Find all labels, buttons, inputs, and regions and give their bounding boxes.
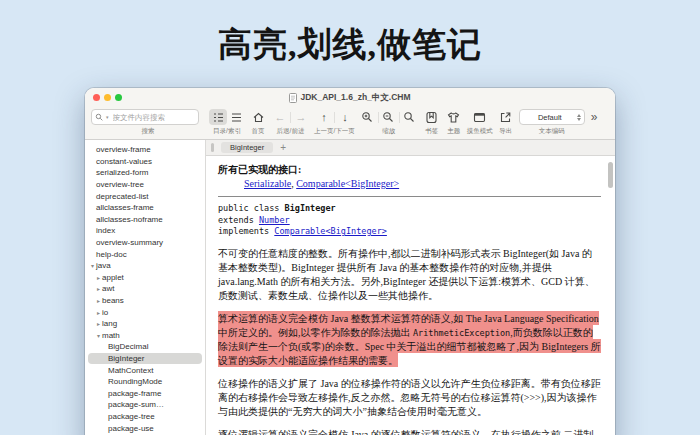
- chevron-right-icon[interactable]: ▸: [95, 285, 102, 292]
- bookmark-button[interactable]: [423, 109, 441, 125]
- sidebar-item-index[interactable]: index: [85, 225, 205, 237]
- fish-mode-button[interactable]: [471, 109, 489, 125]
- search-label: 搜索: [142, 127, 155, 136]
- arrow-left-icon: ←: [275, 112, 286, 123]
- chevron-right-icon[interactable]: ▸: [95, 309, 102, 316]
- sidebar-item-roundingmode[interactable]: RoundingMode: [85, 376, 205, 388]
- minimize-window-button[interactable]: [104, 94, 111, 101]
- sidebar-item-label: MathContext: [108, 366, 153, 375]
- encoding-label: 文本编码: [539, 127, 565, 136]
- pane-splitter-handle[interactable]: [211, 143, 214, 152]
- toolbar: ▾ 搜索 目录/索引: [85, 105, 615, 139]
- sidebar-item-bigdecimal[interactable]: BigDecimal: [85, 341, 205, 353]
- sidebar-item-io[interactable]: ▸io: [85, 306, 205, 318]
- sidebar-item-awt[interactable]: ▸awt: [85, 283, 205, 295]
- encoding-select[interactable]: Default: [519, 109, 585, 125]
- text-span: 不可变的任意精度的整数。所有操作中,都以二进制补码形式表示 BigInteger…: [218, 248, 595, 301]
- fish-mode-label: 摸鱼模式: [467, 127, 493, 136]
- tab-bar: BigInteger +: [206, 140, 615, 156]
- chevron-down-icon[interactable]: ▾: [89, 262, 96, 269]
- document-view: 所有已实现的接口:Serializable, Comparable<BigInt…: [206, 156, 615, 435]
- chevron-down-icon[interactable]: ▾: [95, 332, 102, 339]
- app-window: JDK_API_1.6_zh_中文.CHM ▾ 搜索: [85, 88, 615, 435]
- text-span: public class: [218, 203, 285, 213]
- sidebar-item-help-doc[interactable]: help-doc: [85, 248, 205, 260]
- prev-next-label: 上一页/下一页: [314, 127, 355, 136]
- sidebar-item-package-frame[interactable]: package-frame: [85, 387, 205, 399]
- new-tab-button[interactable]: +: [280, 143, 286, 153]
- sidebar-item-java[interactable]: ▾java: [85, 260, 205, 272]
- sidebar-item-label: beans: [102, 296, 124, 305]
- index-button[interactable]: [227, 109, 245, 125]
- doc-paragraph-normal: 位移操作的语义扩展了 Java 的位移操作符的语义以允许产生负位移距离。带有负位…: [218, 377, 601, 419]
- fullscreen-window-button[interactable]: [115, 94, 122, 101]
- divider: [218, 196, 601, 197]
- bookmark-label: 书签: [425, 127, 438, 136]
- toc-button[interactable]: [209, 109, 227, 125]
- search-icon: [95, 113, 104, 122]
- prev-page-button[interactable]: ↑: [315, 109, 333, 125]
- page-title: 高亮,划线,做笔记: [0, 22, 700, 68]
- sidebar-item-label: BigInteger: [108, 354, 144, 363]
- sidebar-item-label: allclasses-frame: [96, 203, 154, 212]
- theme-label: 主题: [447, 127, 460, 136]
- sidebar-item-allclasses-frame[interactable]: allclasses-frame: [85, 202, 205, 214]
- doc-paragraph-underline[interactable]: 逐位逻辑运算的语义完全模仿 Java 的逐位整数运算符的语义。在执行操作之前,二…: [218, 428, 601, 435]
- sidebar-item-overview-frame[interactable]: overview-frame: [85, 144, 205, 156]
- export-button[interactable]: [497, 109, 515, 125]
- sidebar-item-package-sum-[interactable]: package-sum…: [85, 399, 205, 411]
- doc-link[interactable]: Serializable: [244, 178, 291, 189]
- text-span: implements: [218, 226, 274, 236]
- search-scope-chevron-icon[interactable]: ▾: [106, 114, 109, 120]
- doc-link[interactable]: Number: [259, 215, 290, 225]
- sidebar-item-label: package-sum…: [108, 400, 164, 409]
- sidebar-item-label: RoundingMode: [108, 377, 162, 386]
- home-button[interactable]: [249, 109, 267, 125]
- zoom-reset-button[interactable]: [401, 109, 419, 125]
- tab-biginteger[interactable]: BigInteger: [221, 142, 273, 154]
- code-span: ArithmeticException: [413, 328, 510, 338]
- search-input[interactable]: ▾: [91, 109, 199, 125]
- encoding-value: Default: [523, 113, 577, 122]
- chevron-right-icon[interactable]: ▸: [95, 320, 102, 327]
- arrow-down-icon: ↓: [342, 112, 348, 123]
- sidebar-item-applet[interactable]: ▸applet: [85, 272, 205, 284]
- zoom-out-button[interactable]: [380, 109, 398, 125]
- sidebar-item-mathcontext[interactable]: MathContext: [85, 364, 205, 376]
- toolbar-overflow-button[interactable]: »: [589, 109, 600, 125]
- sidebar-item-label: constant-values: [96, 157, 152, 166]
- sidebar-item-allclasses-noframe[interactable]: allclasses-noframe: [85, 214, 205, 226]
- next-page-button[interactable]: ↓: [336, 109, 354, 125]
- sidebar-item-deprecated-list[interactable]: deprecated-list: [85, 190, 205, 202]
- doc-link[interactable]: Comparable<BigInteger>: [274, 226, 387, 236]
- doc-paragraph-highlight[interactable]: 算术运算的语义完全模仿 Java 整数算术运算符的语义,如 The Java L…: [218, 312, 601, 368]
- back-button[interactable]: ←: [271, 109, 289, 125]
- highlight-annotation[interactable]: 算术运算的语义完全模仿 Java 整数算术运算符的语义,如 The Java L…: [218, 311, 601, 367]
- sidebar-item-label: BigDecimal: [108, 342, 148, 351]
- sidebar-item-biginteger[interactable]: BigInteger: [88, 353, 202, 365]
- sidebar-item-serialized-form[interactable]: serialized-form: [85, 167, 205, 179]
- sidebar-item-beans[interactable]: ▸beans: [85, 295, 205, 307]
- doc-link[interactable]: Comparable<BigInteger>: [296, 178, 399, 189]
- sidebar-item-overview-tree[interactable]: overview-tree: [85, 179, 205, 191]
- zoom-in-button[interactable]: [359, 109, 377, 125]
- chevron-right-icon[interactable]: ▸: [95, 297, 102, 304]
- theme-button[interactable]: [445, 109, 463, 125]
- content-scrollbar-thumb[interactable]: [608, 162, 613, 188]
- doc-paragraph-normal: 不可变的任意精度的整数。所有操作中,都以二进制补码形式表示 BigInteger…: [218, 247, 601, 303]
- sidebar-item-math[interactable]: ▾math: [85, 330, 205, 342]
- sidebar-item-lang[interactable]: ▸lang: [85, 318, 205, 330]
- toc-index-label: 目录/索引: [213, 127, 241, 136]
- sidebar-item-package-use[interactable]: package-use: [85, 422, 205, 434]
- sidebar-item-label: package-use: [108, 424, 154, 433]
- chevron-right-icon[interactable]: ▸: [95, 274, 102, 281]
- forward-button[interactable]: →: [292, 109, 310, 125]
- close-window-button[interactable]: [93, 94, 100, 101]
- underline-annotation[interactable]: 逐位逻辑运算的语义完全模仿 Java 的逐位整数运算符的语义。在执行操作之前,二…: [218, 429, 593, 435]
- sidebar-item-constant-values[interactable]: constant-values: [85, 156, 205, 168]
- sidebar-item-label: package-tree: [108, 412, 155, 421]
- text-span: 位移操作的语义扩展了 Java 的位移操作符的语义以允许产生负位移距离。带有负位…: [218, 378, 601, 417]
- sidebar-item-package-tree[interactable]: package-tree: [85, 411, 205, 423]
- sidebar-item-label: package-frame: [108, 389, 161, 398]
- sidebar-item-overview-summary[interactable]: overview-summary: [85, 237, 205, 249]
